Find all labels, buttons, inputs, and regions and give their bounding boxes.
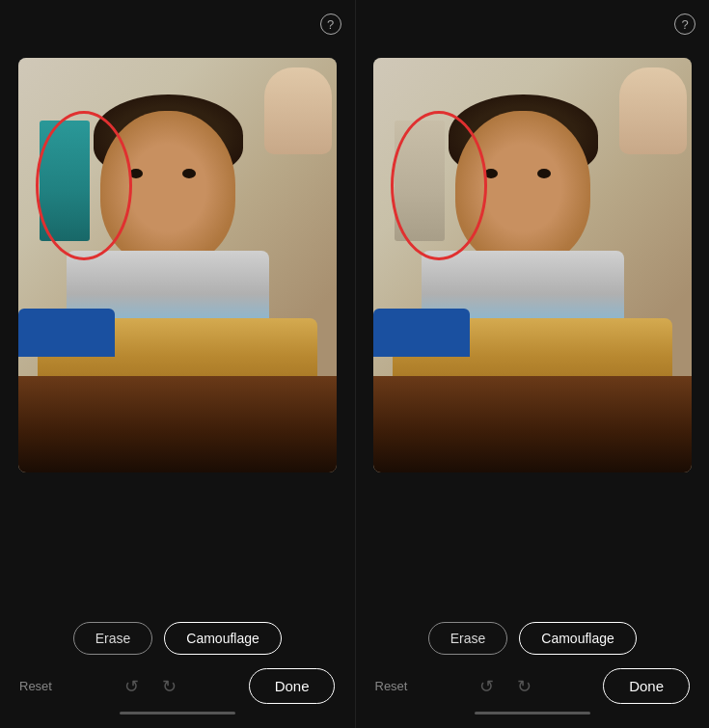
- reset-label-right[interactable]: Reset: [375, 679, 408, 693]
- erase-button-right[interactable]: Erase: [428, 622, 508, 655]
- camo-blend-right: [395, 121, 445, 241]
- reset-label-left[interactable]: Reset: [19, 679, 52, 693]
- icon-group-right: ↺ ↻: [476, 672, 535, 701]
- head-right: [455, 111, 590, 265]
- camouflage-button-right[interactable]: Camouflage: [519, 622, 637, 655]
- action-row-left: Reset ↺ ↻ Done: [0, 668, 355, 704]
- eye-right-left: [182, 169, 196, 178]
- bg-person-right-panel: [619, 67, 687, 154]
- teal-chair-left: [40, 121, 90, 241]
- help-icon-left[interactable]: ?: [320, 13, 341, 35]
- bg-person-left: [264, 67, 332, 154]
- right-panel: ? Erase: [355, 0, 710, 728]
- undo-button-right[interactable]: ↺: [476, 672, 498, 701]
- image-container-left: [18, 58, 337, 472]
- left-panel: ? Erase: [0, 0, 355, 728]
- eye-right-right: [537, 169, 551, 178]
- divider-left: [120, 712, 235, 715]
- redo-button-left[interactable]: ↻: [158, 672, 180, 701]
- action-row-right: Reset ↺ ↻ Done: [356, 668, 710, 704]
- eye-left-left: [129, 169, 143, 178]
- button-row-left: Erase Camouflage: [73, 622, 282, 655]
- eye-left-right: [484, 169, 498, 178]
- blue-plate-left: [18, 309, 115, 357]
- head-left: [100, 111, 235, 265]
- done-button-right[interactable]: Done: [603, 668, 690, 704]
- controls-area-right: Erase Camouflage Reset ↺ ↻ Done: [356, 472, 710, 728]
- erase-button-left[interactable]: Erase: [73, 622, 153, 655]
- undo-button-left[interactable]: ↺: [121, 672, 143, 701]
- baby-photo-left: [18, 58, 337, 472]
- icon-group-left: ↺ ↻: [121, 672, 180, 701]
- baby-photo-right: [373, 58, 692, 472]
- wood-table-right: [373, 376, 692, 472]
- camouflage-button-left[interactable]: Camouflage: [164, 622, 282, 655]
- image-container-right: [373, 58, 692, 472]
- divider-right: [475, 712, 590, 715]
- controls-area-left: Erase Camouflage Reset ↺ ↻ Done: [0, 472, 355, 728]
- help-icon-right[interactable]: ?: [674, 13, 695, 35]
- button-row-right: Erase Camouflage: [428, 622, 637, 655]
- wood-table-left: [18, 376, 337, 472]
- blue-plate-right: [373, 309, 470, 357]
- redo-button-right[interactable]: ↻: [513, 672, 535, 701]
- done-button-left[interactable]: Done: [249, 668, 336, 704]
